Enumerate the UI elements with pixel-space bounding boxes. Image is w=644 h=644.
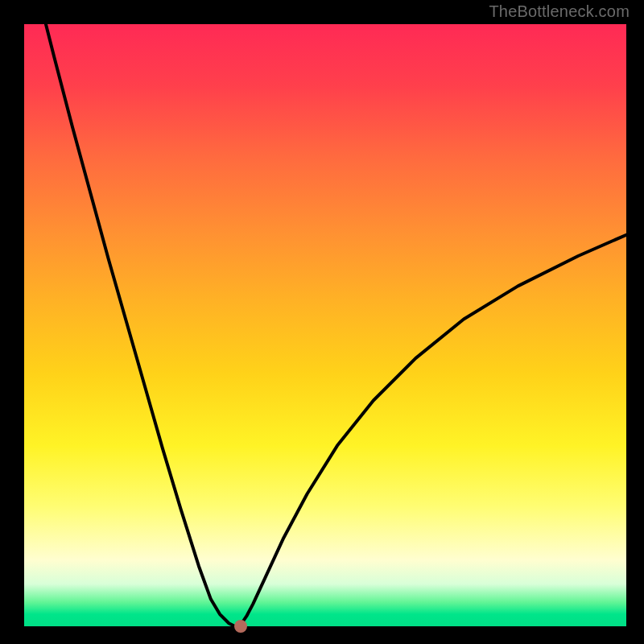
watermark-text: TheBottleneck.com (489, 2, 630, 21)
plot-area (24, 24, 626, 626)
curve-svg (24, 24, 626, 626)
bottleneck-curve-path (46, 24, 626, 626)
optimum-marker (234, 620, 247, 633)
